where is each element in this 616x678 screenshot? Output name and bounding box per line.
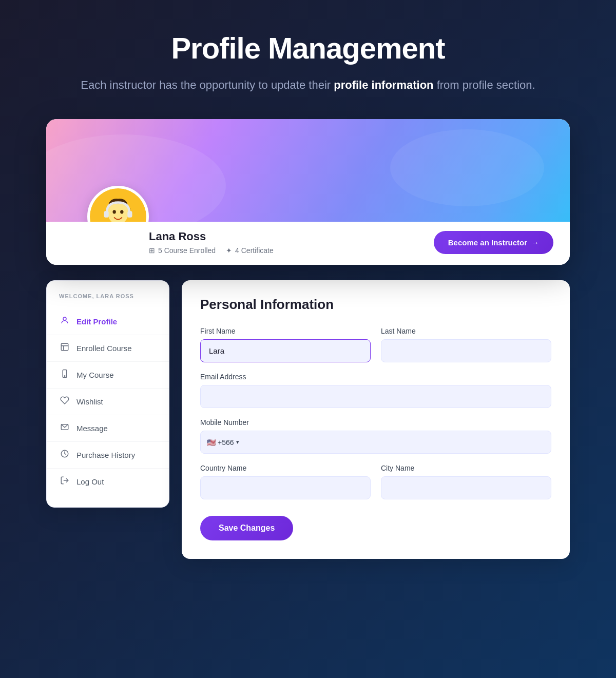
personal-information-form: Personal Information First Name Last Nam… [182,280,570,559]
page-subtitle: Each instructor has the opportunity to u… [46,76,570,93]
sidebar-label-edit-profile: Edit Profile [76,317,117,326]
email-label: Email Address [200,373,551,381]
city-label: City Name [381,464,551,472]
sidebar-item-message[interactable]: Message [47,415,169,442]
email-input[interactable] [200,385,551,408]
page-title: Profile Management [46,31,570,65]
profile-card: Lana Ross ⊞ 5 Course Enrolled ✦ 4 Certif… [46,119,570,265]
avatar-image [90,188,146,222]
svg-point-5 [120,210,123,214]
svg-rect-7 [127,211,132,218]
profile-info-row: Lana Ross ⊞ 5 Course Enrolled ✦ 4 Certif… [46,222,570,265]
svg-rect-6 [104,211,109,218]
sidebar: WELCOME, LARA ROSS Edit Profile Enrolled… [46,280,169,508]
mobile-label: Mobile Number [200,418,551,427]
mobile-icon [59,369,70,381]
avatar-wrapper [87,186,149,222]
last-name-label: Last Name [381,327,551,335]
sidebar-welcome: WELCOME, LARA ROSS [47,293,169,308]
first-name-label: First Name [200,327,371,335]
profile-name: Lana Ross [149,230,274,243]
country-group: Country Name [200,464,371,499]
sidebar-item-wishlist[interactable]: Wishlist [47,389,169,415]
message-icon [59,422,70,434]
city-input[interactable] [381,476,551,499]
location-row: Country Name City Name [200,464,551,499]
sidebar-label-my-course: My Course [76,371,114,379]
sidebar-label-purchase-history: Purchase History [76,451,135,459]
flag-emoji: 🇺🇸 [207,438,216,447]
profile-meta: Lana Ross ⊞ 5 Course Enrolled ✦ 4 Certif… [149,230,274,255]
phone-code: +566 [218,438,234,447]
svg-rect-11 [61,343,68,351]
courses-icon: ⊞ [149,246,155,255]
become-instructor-button[interactable]: Become an Instructor → [434,231,553,254]
phone-flag-selector[interactable]: 🇺🇸 +566 ▾ [201,432,245,453]
country-input[interactable] [200,476,371,499]
last-name-group: Last Name [381,327,551,362]
svg-point-15 [64,376,65,377]
sidebar-item-log-out[interactable]: Log Out [47,469,169,495]
sidebar-item-my-course[interactable]: My Course [47,362,169,389]
certificates-stat: ✦ 4 Certificate [226,246,274,255]
arrow-icon: → [531,238,539,247]
sidebar-label-log-out: Log Out [76,477,104,486]
last-name-input[interactable] [381,339,551,362]
dropdown-chevron-icon: ▾ [236,439,239,445]
book-icon [59,342,70,354]
svg-point-10 [63,317,66,320]
mobile-group: Mobile Number 🇺🇸 +566 ▾ [200,418,551,454]
sidebar-label-message: Message [76,424,108,433]
city-group: City Name [381,464,551,499]
phone-input-wrapper: 🇺🇸 +566 ▾ [200,431,551,454]
country-label: Country Name [200,464,371,472]
certificates-icon: ✦ [226,246,232,255]
name-row: First Name Last Name [200,327,551,362]
email-row: Email Address [200,373,551,408]
sidebar-item-purchase-history[interactable]: Purchase History [47,442,169,469]
mobile-row: Mobile Number 🇺🇸 +566 ▾ [200,418,551,454]
email-group: Email Address [200,373,551,408]
first-name-input[interactable] [200,339,371,362]
profile-banner [46,119,570,222]
bottom-section: WELCOME, LARA ROSS Edit Profile Enrolled… [46,280,570,559]
heart-icon [59,396,70,408]
courses-stat: ⊞ 5 Course Enrolled [149,246,216,255]
first-name-group: First Name [200,327,371,362]
save-changes-button[interactable]: Save Changes [200,516,293,540]
history-icon [59,449,70,461]
sidebar-item-enrolled-course[interactable]: Enrolled Course [47,335,169,362]
sidebar-label-wishlist: Wishlist [76,397,103,406]
sidebar-item-edit-profile[interactable]: Edit Profile [47,308,169,335]
svg-point-4 [112,210,116,214]
profile-stats: ⊞ 5 Course Enrolled ✦ 4 Certificate [149,246,274,255]
form-title: Personal Information [200,297,551,313]
profile-top: Lana Ross ⊞ 5 Course Enrolled ✦ 4 Certif… [46,119,570,265]
person-icon [59,316,70,327]
phone-number-input[interactable] [245,431,551,453]
logout-icon [59,476,70,488]
sidebar-label-enrolled-course: Enrolled Course [76,344,132,353]
